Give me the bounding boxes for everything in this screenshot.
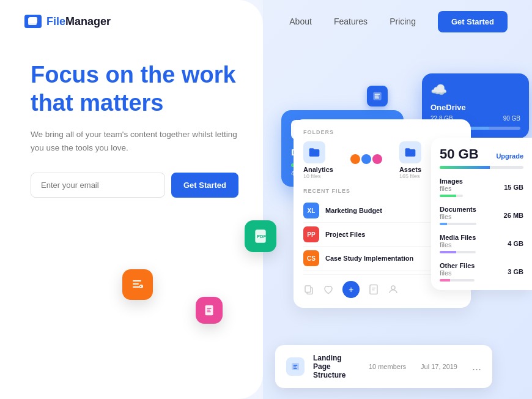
float-icon-file	[196, 297, 223, 324]
hero-headline: Focus on the workthat matters	[31, 61, 238, 117]
file-icon-1: PP	[303, 226, 319, 242]
folder-assets: Assets 165 files	[399, 141, 421, 179]
project-icon	[286, 357, 305, 376]
float-icon-pdf: PDF	[245, 220, 276, 252]
heart-icon[interactable]	[323, 284, 334, 295]
copy-icon[interactable]	[303, 284, 314, 295]
svg-rect-0	[28, 19, 37, 25]
storage-item-3-label: files	[440, 269, 475, 277]
storage-item-0-size: 15 GB	[504, 184, 523, 191]
svg-text:PDF: PDF	[257, 234, 267, 239]
svg-rect-25	[294, 365, 298, 365]
file-icon-2: CS	[303, 250, 319, 266]
project-more-button[interactable]: ...	[472, 360, 481, 373]
svg-rect-11	[207, 311, 210, 312]
hero-cta-button[interactable]: Get Started	[171, 173, 238, 198]
add-button[interactable]: +	[342, 281, 360, 298]
svg-rect-10	[207, 310, 210, 310]
logo: FileManager	[24, 15, 111, 28]
storage-item-1-fill	[440, 223, 447, 225]
storage-item-3-name: Other Files	[440, 262, 475, 269]
folder-analytics-icon	[303, 141, 325, 163]
folder-analytics-count: 10 files	[303, 173, 321, 179]
file-name-1: Project Files	[325, 231, 365, 238]
storage-item-3-size: 3 GB	[508, 268, 523, 275]
svg-rect-20	[370, 285, 377, 294]
storage-item-0: Images files 15 GB	[440, 177, 523, 197]
float-file-mini-icon	[367, 86, 388, 106]
bg-left	[0, 0, 263, 399]
storage-panel: 50 GB Upgrade Images files 15 GB Documen…	[431, 138, 532, 290]
project-name: Landing Page Structure	[313, 354, 360, 379]
person-icon[interactable]	[388, 284, 399, 295]
storage-item-3-fill	[440, 279, 450, 282]
avatar-3	[371, 153, 383, 165]
svg-rect-16	[375, 95, 379, 97]
storage-item-0-bar	[440, 195, 463, 197]
folders-label: FOLDERS	[303, 129, 461, 135]
storage-item-1-label: files	[440, 213, 476, 220]
svg-point-23	[391, 286, 395, 289]
onedrive-total: 90 GB	[503, 115, 520, 122]
folder-assets-count: 165 files	[399, 173, 420, 179]
storage-item-2-size: 4 GB	[508, 240, 523, 247]
svg-rect-2	[133, 280, 141, 282]
total-storage-bar-fill	[440, 166, 490, 169]
project-bar: Landing Page Structure 10 members Jul 17…	[275, 345, 492, 388]
svg-rect-26	[294, 367, 297, 367]
nav-cta-button[interactable]: Get Started	[438, 11, 508, 32]
hero-focus: Focus	[31, 62, 99, 88]
storage-item-2-name: Media Files	[440, 234, 476, 241]
bottom-action-icons: +	[303, 281, 399, 298]
avatar-1	[349, 153, 361, 165]
svg-rect-15	[375, 94, 380, 95]
storage-item-1-bar	[440, 223, 476, 225]
onedrive-title: OneDrive	[430, 103, 520, 112]
folder-assets-icon	[399, 141, 421, 163]
storage-item-2-bar	[440, 251, 476, 253]
dashboard-area: ··· Dropbox 45.5 GB 50 GB ☁️ OneDrive 22…	[263, 40, 532, 399]
storage-item-0-label: files	[440, 185, 463, 192]
storage-total-size: 50 GB	[440, 146, 479, 162]
svg-rect-3	[133, 283, 139, 285]
project-members: 10 members	[369, 363, 406, 370]
file-name-0: Marketing Budget	[325, 207, 382, 214]
hero-body: We bring all of your team's content toge…	[31, 128, 238, 154]
storage-item-2-label: files	[440, 241, 476, 248]
file-icon-0: XL	[303, 203, 319, 218]
storage-item-2: Media Files files 4 GB	[440, 234, 523, 253]
svg-rect-19	[305, 286, 311, 293]
folder-analytics-name: Analytics	[303, 166, 333, 173]
file-icon-bottom[interactable]	[368, 284, 379, 295]
logo-text-file: File	[46, 15, 65, 28]
email-input[interactable]	[31, 173, 165, 198]
svg-rect-9	[207, 308, 211, 308]
svg-rect-4	[133, 286, 140, 288]
svg-rect-27	[294, 368, 297, 369]
upgrade-link[interactable]: Upgrade	[496, 152, 523, 160]
nav-links: About Features Pricing Get Started	[289, 11, 508, 32]
svg-rect-17	[375, 97, 380, 99]
storage-item-1-size: 26 MB	[504, 212, 523, 219]
storage-item-2-fill	[440, 251, 456, 253]
storage-item-3: Other Files files 3 GB	[440, 262, 523, 282]
svg-rect-1	[28, 18, 32, 21]
nav-link-features[interactable]: Features	[334, 17, 368, 26]
storage-item-1: Documents files 26 MB	[440, 206, 523, 225]
logo-text-manager: Manager	[65, 15, 111, 28]
nav-link-pricing[interactable]: Pricing	[390, 17, 416, 26]
onedrive-cloud-icon: ☁️	[430, 82, 520, 98]
avatar-2	[360, 153, 372, 165]
email-cta-row: Get Started	[31, 173, 238, 198]
logo-icon	[24, 15, 42, 28]
storage-item-0-name: Images	[440, 177, 463, 185]
hero-section: Focus on the workthat matters We bring a…	[31, 61, 238, 198]
storage-item-0-fill	[440, 195, 456, 197]
nav-link-about[interactable]: About	[289, 17, 312, 26]
float-icon-list	[122, 269, 153, 300]
folder-analytics: Analytics 10 files	[303, 141, 333, 179]
storage-item-1-name: Documents	[440, 206, 476, 213]
navbar: FileManager About Features Pricing Get S…	[0, 0, 532, 43]
file-name-2: Case Study Implementation	[325, 255, 413, 262]
folder-assets-name: Assets	[399, 166, 421, 173]
